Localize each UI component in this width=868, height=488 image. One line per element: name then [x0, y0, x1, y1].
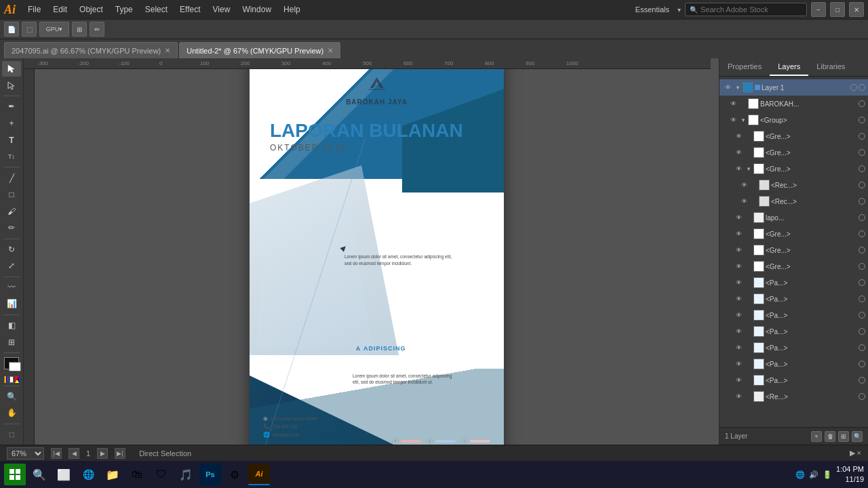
layer-eye-pa6[interactable]: 👁 [733, 359, 744, 369]
new-doc-btn[interactable]: 📄 [4, 22, 19, 37]
layer-vis-pa2[interactable] [859, 296, 865, 302]
layer-item-layer1[interactable]: 👁 ▼ Layer 1 [719, 79, 868, 96]
column-graph[interactable]: 📊 [2, 296, 21, 312]
layer-vis-lapo[interactable] [859, 214, 865, 221]
menu-type[interactable]: Type [110, 3, 138, 16]
artboard-btn[interactable]: ⬚ [22, 22, 37, 37]
add-anchor[interactable]: + [2, 116, 21, 131]
zoom-select[interactable]: 67% 50% 100% [7, 447, 44, 460]
illustrator-btn[interactable]: Ai [248, 464, 270, 485]
media-btn[interactable]: 🎵 [175, 464, 197, 485]
layer-visibility-group[interactable]: 👁 [728, 115, 738, 125]
search-layers-btn[interactable]: 🔍 [852, 431, 863, 442]
layer-vis-barokah[interactable] [859, 100, 865, 107]
layer-item-pa1[interactable]: 👁 <Pa...> [719, 274, 868, 291]
mesh-tool[interactable]: ⊞ [2, 334, 21, 350]
layer-vis-re[interactable] [859, 393, 865, 400]
layer-item-group[interactable]: 👁 ▼ <Group> [719, 112, 868, 128]
layer-vis-pa6[interactable] [859, 361, 865, 367]
tab-2[interactable]: Untitled-2* @ 67% (CMYK/GPU Preview) ✕ [179, 42, 340, 58]
layer-item-gre6[interactable]: 👁 <Gre...> [719, 258, 868, 274]
layer-item-gre1[interactable]: 👁 <Gre...> [719, 128, 868, 144]
layer-item-pa4[interactable]: 👁 <Pa...> [719, 323, 868, 340]
layer-eye-re[interactable]: 👁 [733, 391, 744, 402]
hand-tool[interactable]: ✋ [2, 405, 21, 421]
gpu-btn[interactable]: GPU▾ [39, 22, 69, 37]
pencil-tool[interactable]: ✏ [2, 220, 21, 236]
pen-tool[interactable]: ✒ [2, 99, 21, 115]
tab-1-close[interactable]: ✕ [165, 47, 170, 54]
layer-vis-circle-1[interactable] [859, 84, 865, 91]
warp-tool[interactable]: 〰 [2, 280, 21, 296]
direct-selection-tool[interactable] [2, 78, 21, 94]
rotate-tool[interactable]: ↻ [2, 242, 21, 258]
next-btn[interactable]: ▶ [97, 448, 108, 459]
tab-2-close[interactable]: ✕ [328, 47, 333, 54]
arrange-btn[interactable]: ⊞ [72, 22, 87, 37]
new-layer-btn[interactable]: + [811, 431, 822, 442]
layer-eye-gre1[interactable]: 👁 [733, 131, 744, 142]
zoom-tool[interactable]: 🔍 [2, 388, 21, 404]
layer-vis-pa5[interactable] [859, 344, 865, 351]
layers-panel[interactable]: 👁 ▼ Layer 1 👁 BAROKAH... 👁 ▼ [719, 77, 868, 427]
layer-item-pa2[interactable]: 👁 <Pa...> [719, 291, 868, 307]
layer-item-pa3[interactable]: 👁 <Pa...> [719, 307, 868, 323]
line-tool[interactable]: ╱ [2, 170, 21, 186]
layer-expand-group[interactable]: ▼ [740, 117, 747, 123]
essentials-dropdown[interactable]: Essentials [631, 4, 673, 15]
layer-vis-gre1[interactable] [859, 133, 865, 140]
menu-help[interactable]: Help [278, 3, 306, 16]
antivirus-btn[interactable]: 🛡 [151, 464, 172, 485]
layer-visibility-barokah[interactable]: 👁 [728, 98, 738, 109]
layer-eye-pa2[interactable]: 👁 [733, 293, 744, 304]
layer-vis-rec1[interactable] [859, 182, 865, 188]
layer-item-barokah[interactable]: 👁 BAROKAH... [719, 96, 868, 112]
start-button[interactable] [4, 464, 26, 485]
layer-vis-pa7[interactable] [859, 377, 865, 384]
tab-1[interactable]: 2047095.ai @ 66.67% (CMYK/GPU Preview) ✕ [4, 42, 178, 58]
search-taskbar-btn[interactable]: 🔍 [28, 464, 50, 485]
layer-item-gre4[interactable]: 👁 <Gre...> [719, 226, 868, 242]
layer-item-pa7[interactable]: 👁 <Pa...> [719, 372, 868, 388]
task-view-btn[interactable]: ⬜ [53, 464, 75, 485]
panel-tab-libraries[interactable]: Libraries [808, 58, 853, 76]
search-input[interactable] [701, 5, 802, 14]
minimize-btn[interactable]: − [811, 2, 826, 17]
layer-item-rec1[interactable]: 👁 <Rec...> [719, 177, 868, 193]
layer-vis-rec2[interactable] [859, 198, 865, 205]
layer-vis-group[interactable] [859, 117, 865, 123]
layer-vis-gre6[interactable] [859, 263, 865, 270]
layer-eye-gre6[interactable]: 👁 [733, 261, 744, 272]
layer-item-pa5[interactable]: 👁 <Pa...> [719, 340, 868, 356]
type-tool[interactable]: T [2, 132, 21, 148]
scale-tool[interactable]: ⤢ [2, 258, 21, 274]
menu-effect[interactable]: Effect [174, 3, 205, 16]
prev-btn[interactable]: ◀ [68, 448, 79, 459]
layer-item-re[interactable]: 👁 <Re...> [719, 388, 868, 405]
maximize-btn[interactable]: □ [830, 2, 845, 17]
layer-item-gre3[interactable]: 👁 ▼ <Gre...> [719, 161, 868, 177]
make-group-btn[interactable]: ⊞ [838, 431, 849, 442]
canvas-area[interactable]: -300 -200 -100 0 100 200 300 400 500 600… [24, 58, 719, 445]
settings-btn[interactable]: ⚙ [224, 464, 245, 485]
prev-page-btn[interactable]: |◀ [51, 448, 62, 459]
layer-eye-rec2[interactable]: 👁 [738, 196, 749, 207]
menu-file[interactable]: File [22, 3, 46, 16]
pen-btn[interactable]: ✏ [90, 22, 104, 37]
layer-eye-pa1[interactable]: 👁 [733, 277, 744, 288]
layer-item-lapo[interactable]: 👁 lapo... [719, 209, 868, 226]
rect-tool[interactable]: □ [2, 187, 21, 203]
explorer-btn[interactable]: 📁 [102, 464, 123, 485]
layer-expand-1[interactable]: ▼ [734, 84, 741, 91]
layer-vis-gre5[interactable] [859, 247, 865, 253]
next-page-btn[interactable]: ▶| [115, 448, 125, 459]
layer-expand-gre3[interactable]: ▼ [745, 165, 752, 172]
layer-vis-pa1[interactable] [859, 279, 865, 286]
menu-view[interactable]: View [208, 3, 236, 16]
gradient-tool[interactable]: ◧ [2, 318, 21, 333]
layer-vis-gre2[interactable] [859, 149, 865, 156]
search-box[interactable]: 🔍 [685, 3, 807, 16]
layer-eye-pa4[interactable]: 👁 [733, 326, 744, 337]
layer-eye-gre2[interactable]: 👁 [733, 147, 744, 158]
menu-window[interactable]: Window [237, 3, 277, 16]
